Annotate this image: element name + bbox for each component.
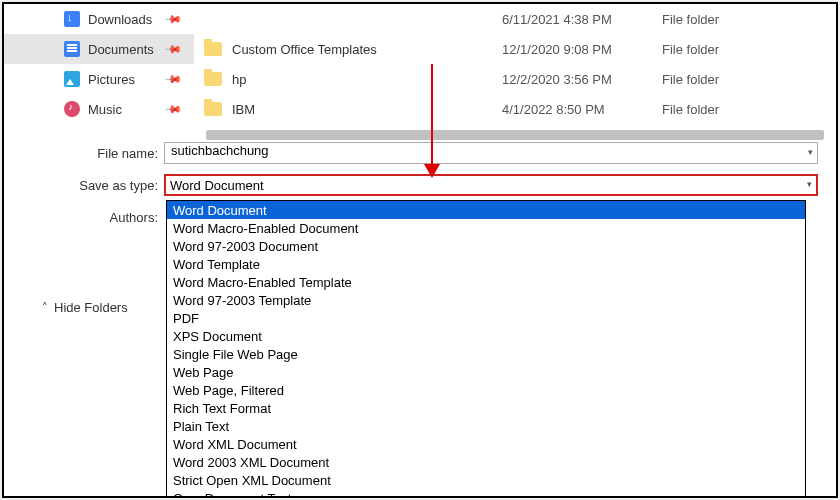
sidebar-item-label: Music xyxy=(88,102,122,117)
table-row[interactable]: Custom Office Templates 12/1/2020 9:08 P… xyxy=(194,34,836,64)
hide-folders-button[interactable]: ˄ Hide Folders xyxy=(42,300,128,315)
chevron-down-icon: ▾ xyxy=(808,147,813,157)
dropdown-option[interactable]: Word XML Document xyxy=(167,435,805,453)
dropdown-option[interactable]: Rich Text Format xyxy=(167,399,805,417)
sidebar-item-downloads[interactable]: Downloads 📌 xyxy=(4,4,194,34)
dropdown-option[interactable]: Word 97-2003 Document xyxy=(167,237,805,255)
authors-label: Authors: xyxy=(4,210,164,225)
dropdown-option[interactable]: Web Page xyxy=(167,363,805,381)
document-icon xyxy=(64,41,80,57)
table-row[interactable]: IBM 4/1/2022 8:50 PM File folder xyxy=(194,94,836,124)
folder-icon xyxy=(204,102,222,116)
file-date-cell: 12/2/2020 3:56 PM xyxy=(502,72,662,87)
table-row[interactable]: hp 12/2/2020 3:56 PM File folder xyxy=(194,64,836,94)
folder-icon xyxy=(204,72,222,86)
pictures-icon xyxy=(64,71,80,87)
dropdown-option[interactable]: Web Page, Filtered xyxy=(167,381,805,399)
file-name-cell: Custom Office Templates xyxy=(232,42,502,57)
file-type-cell: File folder xyxy=(662,102,782,117)
dropdown-option[interactable]: XPS Document xyxy=(167,327,805,345)
pin-icon: 📌 xyxy=(163,99,182,118)
file-date-cell: 6/11/2021 4:38 PM xyxy=(502,12,662,27)
dropdown-option[interactable]: Single File Web Page xyxy=(167,345,805,363)
dropdown-option[interactable]: Plain Text xyxy=(167,417,805,435)
table-row[interactable]: 6/11/2021 4:38 PM File folder xyxy=(194,4,836,34)
dropdown-option[interactable]: PDF xyxy=(167,309,805,327)
sidebar-item-label: Documents xyxy=(88,42,154,57)
saveastype-dropdown: Word Document Word Macro-Enabled Documen… xyxy=(166,200,806,498)
pin-icon: 📌 xyxy=(163,9,182,28)
dropdown-option[interactable]: Word Macro-Enabled Document xyxy=(167,219,805,237)
filename-label: File name: xyxy=(4,146,164,161)
chevron-up-icon: ˄ xyxy=(42,301,48,314)
file-type-cell: File folder xyxy=(662,12,782,27)
download-icon xyxy=(64,11,80,27)
file-type-cell: File folder xyxy=(662,42,782,57)
pin-icon: 📌 xyxy=(163,39,182,58)
navigation-sidebar: Downloads 📌 Documents 📌 Pictures 📌 Music… xyxy=(4,4,194,134)
filename-value: sutichbachchung xyxy=(171,143,269,158)
dropdown-option[interactable]: Word Template xyxy=(167,255,805,273)
sidebar-item-documents[interactable]: Documents 📌 xyxy=(4,34,194,64)
sidebar-item-pictures[interactable]: Pictures 📌 xyxy=(4,64,194,94)
dropdown-option[interactable]: Strict Open XML Document xyxy=(167,471,805,489)
file-name-cell: hp xyxy=(232,72,502,87)
saveastype-combobox[interactable]: Word Document ▾ xyxy=(164,174,818,196)
sidebar-item-label: Pictures xyxy=(88,72,135,87)
saveastype-value: Word Document xyxy=(170,178,264,193)
music-icon xyxy=(64,101,80,117)
saveastype-label: Save as type: xyxy=(4,178,164,193)
file-date-cell: 4/1/2022 8:50 PM xyxy=(502,102,662,117)
file-list: 6/11/2021 4:38 PM File folder Custom Off… xyxy=(194,4,836,134)
dropdown-option[interactable]: Word Macro-Enabled Template xyxy=(167,273,805,291)
dropdown-option[interactable]: Word 97-2003 Template xyxy=(167,291,805,309)
folder-icon xyxy=(204,42,222,56)
file-type-cell: File folder xyxy=(662,72,782,87)
pin-icon: 📌 xyxy=(163,69,182,88)
chevron-down-icon: ▾ xyxy=(807,179,812,189)
file-date-cell: 12/1/2020 9:08 PM xyxy=(502,42,662,57)
dropdown-option[interactable]: Word Document xyxy=(167,201,805,219)
hide-folders-label: Hide Folders xyxy=(54,300,128,315)
dropdown-option[interactable]: OpenDocument Text xyxy=(167,489,805,498)
dropdown-option[interactable]: Word 2003 XML Document xyxy=(167,453,805,471)
sidebar-item-music[interactable]: Music 📌 xyxy=(4,94,194,124)
horizontal-scrollbar[interactable] xyxy=(206,130,824,140)
file-name-cell: IBM xyxy=(232,102,502,117)
filename-input[interactable]: sutichbachchung ▾ xyxy=(164,142,818,164)
sidebar-item-label: Downloads xyxy=(88,12,152,27)
